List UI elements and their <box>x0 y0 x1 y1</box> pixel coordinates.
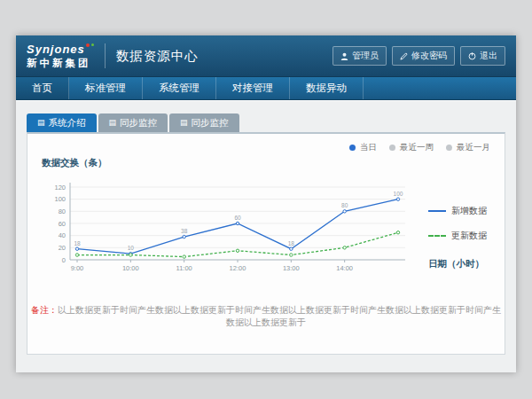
monitor-icon: ▤ <box>180 119 188 127</box>
filter-last-month[interactable]: 最近一月 <box>446 142 490 153</box>
filter-today[interactable]: 当日 <box>349 142 377 153</box>
legend-updated-data: 更新数据 <box>428 230 492 242</box>
logout-button[interactable]: 退出 <box>460 46 505 66</box>
svg-text:12:00: 12:00 <box>230 264 246 272</box>
logo: Synjones 新中新集团 <box>27 43 94 68</box>
app-window: Synjones 新中新集团 数据资源中心 管理员 修改密码 退出 首页 标准管 <box>16 35 516 372</box>
chart-legend: 新增数据 更新数据 <box>428 205 492 254</box>
svg-text:18: 18 <box>74 240 81 246</box>
change-password-button[interactable]: 修改密码 <box>392 46 455 66</box>
monitor-icon: ▤ <box>109 119 117 127</box>
dashed-line-icon <box>428 235 446 237</box>
tab-bar: ▤ 系统介绍 ▤ 同步监控 ▤ 同步监控 <box>27 113 239 132</box>
line-chart-svg: 0204060801001209:0010:0011:0012:0013:001… <box>40 178 423 283</box>
nav-item-data-change[interactable]: 数据异动 <box>290 77 364 99</box>
tab-sync-monitor-2[interactable]: ▤ 同步监控 <box>169 113 239 132</box>
nav-item-home[interactable]: 首页 <box>16 77 69 99</box>
svg-text:80: 80 <box>59 207 66 215</box>
svg-text:20: 20 <box>59 244 66 252</box>
footnote: 备注：以上数据更新于时间产生数据以上数据更新于时间产生数据以上数据更新于时间产生… <box>27 304 505 329</box>
svg-text:14:00: 14:00 <box>336 264 353 272</box>
nav-item-standard-mgmt[interactable]: 标准管理 <box>69 77 143 99</box>
user-icon <box>340 52 348 60</box>
y-axis-title: 数据交换（条） <box>42 157 107 169</box>
chart-panel: 当日 最近一周 最近一月 数据交换（条） 0204060801001209:00… <box>27 132 505 355</box>
svg-text:38: 38 <box>181 228 188 234</box>
header: Synjones 新中新集团 数据资源中心 管理员 修改密码 退出 <box>16 35 516 77</box>
svg-text:11:00: 11:00 <box>176 264 192 272</box>
svg-text:10:00: 10:00 <box>122 264 139 272</box>
grid-icon: ▤ <box>37 119 45 127</box>
svg-text:120: 120 <box>54 184 66 192</box>
logo-text-cn: 新中新集团 <box>27 58 94 68</box>
svg-text:100: 100 <box>54 195 66 203</box>
bullet-icon <box>446 145 452 151</box>
solid-line-icon <box>428 210 446 212</box>
logo-text-en: Synjones <box>27 43 94 56</box>
logout-icon <box>468 52 476 60</box>
legend-new-data: 新增数据 <box>428 205 492 217</box>
logo-green-dot-icon <box>91 43 94 46</box>
tab-sync-monitor-1[interactable]: ▤ 同步监控 <box>98 113 168 132</box>
footnote-text: 以上数据更新于时间产生数据以上数据更新于时间产生数据以上数据更新于时间产生数据以… <box>58 305 501 327</box>
content-area: ▤ 系统介绍 ▤ 同步监控 ▤ 同步监控 当日 最近一周 <box>16 101 516 372</box>
edit-icon <box>400 52 408 60</box>
page-title: 数据资源中心 <box>116 48 199 65</box>
tab-system-intro[interactable]: ▤ 系统介绍 <box>27 113 97 132</box>
svg-text:13:00: 13:00 <box>283 264 300 272</box>
x-axis-title: 日期（小时） <box>428 258 484 270</box>
main-nav: 首页 标准管理 系统管理 对接管理 数据异动 <box>16 77 516 100</box>
logo-red-dot-icon <box>86 43 90 47</box>
bullet-icon <box>349 145 356 151</box>
footnote-label: 备注： <box>31 305 58 315</box>
svg-text:60: 60 <box>59 220 66 228</box>
nav-item-connect-mgmt[interactable]: 对接管理 <box>216 77 290 99</box>
bullet-icon <box>389 145 395 151</box>
svg-text:0: 0 <box>62 256 66 264</box>
line-chart: 0204060801001209:0010:0011:0012:0013:001… <box>40 178 423 283</box>
svg-text:40: 40 <box>59 231 66 239</box>
user-button[interactable]: 管理员 <box>332 46 387 66</box>
nav-item-system-mgmt[interactable]: 系统管理 <box>143 77 216 99</box>
svg-text:60: 60 <box>234 215 241 221</box>
svg-text:10: 10 <box>128 245 135 251</box>
svg-text:80: 80 <box>341 202 348 208</box>
svg-text:18: 18 <box>288 240 295 246</box>
range-filter-group: 当日 最近一周 最近一月 <box>349 142 490 153</box>
filter-last-week[interactable]: 最近一周 <box>389 142 434 153</box>
svg-text:100: 100 <box>394 191 403 197</box>
header-divider <box>105 43 106 68</box>
svg-text:9:00: 9:00 <box>71 264 84 272</box>
